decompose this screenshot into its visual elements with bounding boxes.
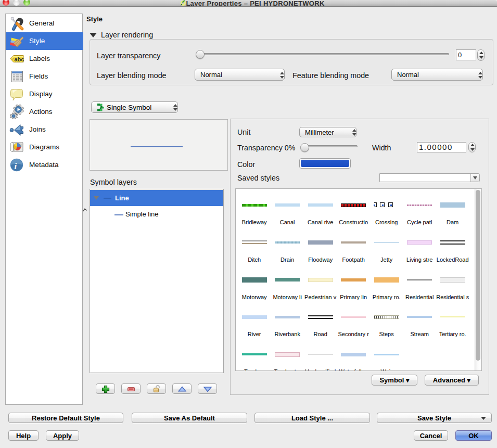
svg-text:abc: abc: [15, 56, 24, 62]
svg-text:i: i: [15, 161, 17, 171]
